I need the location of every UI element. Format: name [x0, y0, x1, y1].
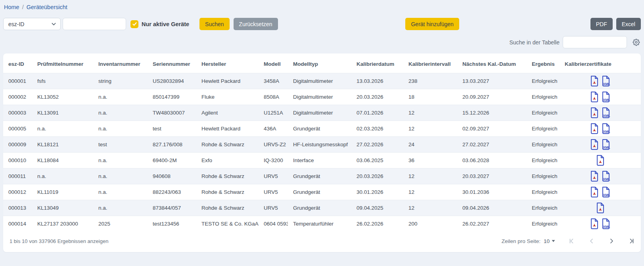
pdf-certificate-icon[interactable]	[590, 139, 599, 150]
cell-hersteller: Rohde & Schwarz	[196, 184, 259, 200]
table-row[interactable]: 000013KL13049n.a.873844/057Rohde & Schwa…	[3, 200, 641, 216]
pagination: Zeilen pro Seite: 10	[502, 238, 634, 244]
column-header[interactable]: Ergebnis	[527, 54, 560, 73]
cell-ergebnis: Erfolgreich	[527, 121, 560, 137]
cell-inventarnummer: string	[93, 73, 148, 89]
column-header[interactable]: Seriennummer	[148, 54, 196, 73]
cell-hersteller: Hewlett Packard	[196, 73, 259, 89]
cell-pruefmittelnummer: fsfs	[32, 73, 93, 89]
first-page-button[interactable]	[569, 238, 575, 244]
table-row[interactable]: 000009KL18121test827.176/008Rohde & Schw…	[3, 137, 641, 153]
table-search-row: Suche in der Tabelle	[3, 36, 641, 48]
filter-field-select[interactable]: esz-ID	[3, 18, 61, 30]
cell-pruefmittelnummer: KL18121	[32, 137, 93, 153]
xml-certificate-icon[interactable]: XML	[601, 107, 611, 119]
column-header[interactable]: Kalibrierzertifikate	[560, 54, 641, 73]
cell-hersteller: Hewlett Packard	[196, 121, 259, 137]
rows-per-page-select[interactable]: 10	[544, 238, 555, 244]
pdf-certificate-icon[interactable]	[590, 107, 599, 119]
svg-text:XML: XML	[603, 177, 610, 181]
cell-pruefmittelnummer: KL18084	[32, 153, 93, 168]
pdf-certificate-icon[interactable]	[590, 123, 599, 134]
cell-hersteller: Rohde & Schwarz	[196, 137, 259, 153]
column-header[interactable]: Prüfmittelnummer	[32, 54, 93, 73]
previous-page-button[interactable]	[588, 238, 595, 244]
table-search-input[interactable]	[563, 36, 627, 48]
table-row[interactable]: 000011n.a.n.a.940608Rohde & SchwarzURV5G…	[3, 168, 641, 184]
pdf-certificate-icon[interactable]	[590, 75, 599, 87]
pdf-export-button[interactable]: PDF	[590, 18, 613, 30]
column-header[interactable]: Hersteller	[196, 54, 259, 73]
svg-text:XML: XML	[603, 82, 610, 86]
active-only-checkbox[interactable]	[130, 20, 138, 28]
xml-certificate-icon[interactable]: XML	[601, 170, 611, 182]
table-footer: 1 bis 10 von 337906 Ergebnissen anzeigen…	[3, 232, 641, 252]
cell-seriennummer: 940608	[148, 168, 196, 184]
cell-kalibrierzertifikate: XML	[560, 216, 641, 232]
pdf-certificate-icon[interactable]	[590, 186, 599, 198]
xml-certificate-icon[interactable]: XML	[601, 75, 611, 87]
rows-per-page-label: Zeilen pro Seite:	[502, 238, 540, 244]
table-row[interactable]: 000003KL13091n.a.TW48030007AgilentU1251A…	[3, 105, 641, 121]
column-header[interactable]: esz-ID	[3, 54, 32, 73]
cell-kalibrierdatum: 30.01.2026	[351, 184, 403, 200]
excel-export-button[interactable]: Excel	[616, 18, 641, 30]
xml-certificate-icon[interactable]: XML	[601, 91, 611, 103]
reset-button[interactable]: Zurücksetzen	[234, 18, 278, 30]
cell-ergebnis: Erfolgreich	[527, 89, 560, 105]
table-row[interactable]: 000012KL11019n.a.882243/063Rohde & Schwa…	[3, 184, 641, 200]
pdf-certificate-icon[interactable]	[596, 202, 605, 214]
pdf-certificate-icon[interactable]	[590, 218, 599, 230]
pdf-certificate-icon[interactable]	[590, 91, 599, 103]
table-row[interactable]: 000010KL18084n.a.69400-2MExfoIQ-3200Inte…	[3, 153, 641, 168]
table-row[interactable]: 000005n.a.n.a.testHewlett Packard436AGru…	[3, 121, 641, 137]
cell-seriennummer: 69400-2M	[148, 153, 196, 168]
table-settings-button[interactable]	[632, 38, 640, 46]
xml-certificate-icon[interactable]: XML	[601, 139, 611, 150]
column-header[interactable]: Kalibrierdatum	[351, 54, 403, 73]
export-buttons: PDF Excel	[587, 18, 641, 30]
svg-text:XML: XML	[603, 130, 610, 134]
last-page-button[interactable]	[628, 238, 634, 244]
column-header[interactable]: Modelltyp	[288, 54, 351, 73]
cell-seriennummer: 873844/057	[148, 200, 196, 216]
table-row[interactable]: 000001fsfsstringUS28032894Hewlett Packar…	[3, 73, 641, 89]
cell-kalibrierintervall: 18	[403, 89, 457, 105]
cell-naechstes-kal-datum: 30.01.2036	[457, 184, 527, 200]
filter-value-input[interactable]	[63, 18, 126, 30]
table-row[interactable]: 000014KL27137 2030002025test123456TESTO …	[3, 216, 641, 232]
table-row[interactable]: 000002KL13052n.a.850147399Fluke8508ADigi…	[3, 89, 641, 105]
cell-hersteller: Fluke	[196, 89, 259, 105]
breadcrumb-home-link[interactable]: Home	[4, 4, 19, 10]
cell-kalibrierintervall: 12	[403, 121, 457, 137]
search-button[interactable]: Suchen	[199, 18, 229, 30]
cell-modelltyp: Temperaturfühler	[288, 216, 351, 232]
xml-certificate-icon[interactable]: XML	[601, 218, 611, 230]
next-page-icon	[608, 238, 615, 244]
svg-text:XML: XML	[603, 98, 610, 102]
cell-pruefmittelnummer: KL13091	[32, 105, 93, 121]
active-only-checkbox-group: Nur aktive Geräte	[130, 20, 189, 28]
xml-certificate-icon[interactable]: XML	[601, 123, 611, 134]
xml-certificate-icon[interactable]: XML	[601, 186, 611, 198]
cell-naechstes-kal-datum: 26.02.2027	[457, 216, 527, 232]
column-header[interactable]: Nächstes Kal.-Datum	[457, 54, 527, 73]
rows-per-page-value: 10	[544, 238, 550, 244]
cell-esz-id: 000012	[3, 184, 32, 200]
column-header[interactable]: Kalibrierintervall	[403, 54, 457, 73]
cell-ergebnis: Erfolgreich	[527, 168, 560, 184]
cell-kalibrierzertifikate	[560, 200, 641, 216]
column-header[interactable]: Modell	[259, 54, 288, 73]
breadcrumb-current-link[interactable]: Geräteübersicht	[27, 4, 67, 10]
cell-ergebnis: Erfolgreich	[527, 137, 560, 153]
cell-seriennummer: 882243/063	[148, 184, 196, 200]
add-device-button[interactable]: Gerät hinzufügen	[405, 18, 459, 30]
pdf-certificate-icon[interactable]	[590, 170, 599, 182]
next-page-button[interactable]	[608, 238, 615, 244]
pdf-certificate-icon[interactable]	[596, 155, 605, 166]
cell-pruefmittelnummer: KL13052	[32, 89, 93, 105]
column-header[interactable]: Inventarnummer	[93, 54, 148, 73]
cell-naechstes-kal-datum: 03.06.2028	[457, 153, 527, 168]
cell-inventarnummer: n.a.	[93, 200, 148, 216]
cell-pruefmittelnummer: KL11019	[32, 184, 93, 200]
